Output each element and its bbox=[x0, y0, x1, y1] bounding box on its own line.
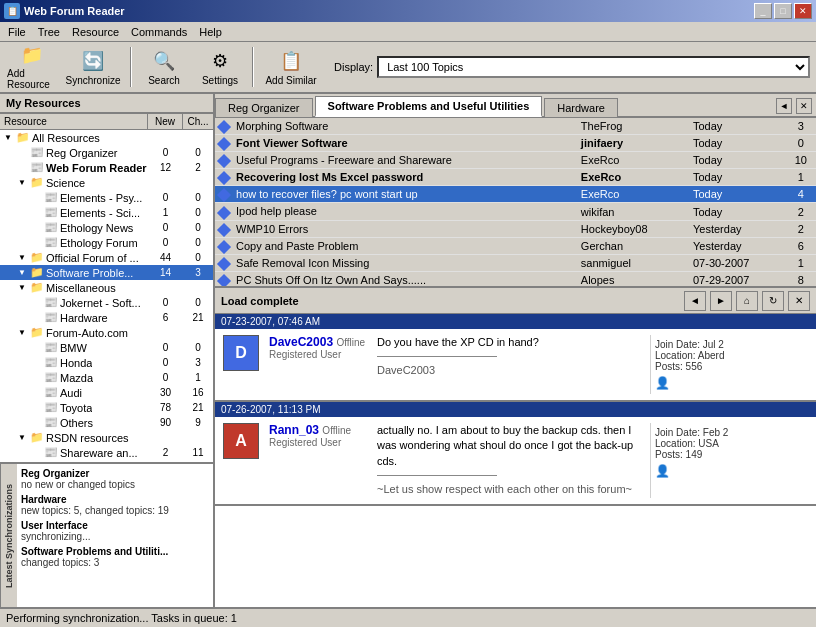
synchronize-icon: 🔄 bbox=[81, 49, 105, 73]
topic-row[interactable]: Recovering lost Ms Excel password ExeRco… bbox=[215, 169, 816, 186]
menu-help[interactable]: Help bbox=[193, 24, 228, 40]
tree-item[interactable]: ▼ 📁 Miscellaneous bbox=[0, 280, 213, 295]
tree-item[interactable]: 📰 Others 90 9 bbox=[0, 415, 213, 430]
sync-item-title: Reg Organizer bbox=[21, 468, 209, 479]
topic-title: Useful Programs - Freeware and Shareware bbox=[236, 154, 452, 166]
topic-row[interactable]: Font Viewer Software jinifaery Today 0 bbox=[215, 135, 816, 152]
search-button[interactable]: 🔍 Search bbox=[138, 45, 190, 89]
topic-row[interactable]: Safe Removal Icon Missing sanmiguel 07-3… bbox=[215, 254, 816, 271]
status-bar: Performing synchronization... Tasks in q… bbox=[0, 607, 816, 627]
tree-item[interactable]: ▼ 📁 Official Forum of ... 44 0 bbox=[0, 250, 213, 265]
tree-item[interactable]: 📰 Toyota 78 21 bbox=[0, 400, 213, 415]
tab-reg-organizer[interactable]: Reg Organizer bbox=[215, 98, 313, 117]
folder-icon: 📁 bbox=[30, 326, 44, 339]
topic-row[interactable]: PC Shuts Off On Itz Own And Says...... A… bbox=[215, 271, 816, 288]
topic-count: 2 bbox=[786, 220, 816, 237]
tree-body[interactable]: ▼ 📁 All Resources 📰 Reg Organizer 0 0 📰 … bbox=[0, 130, 213, 462]
tab-software-problems[interactable]: Software Problems and Useful Utilities bbox=[315, 96, 543, 117]
tree-item[interactable]: 📰 Audi 30 16 bbox=[0, 385, 213, 400]
nav-refresh-button[interactable]: ↻ bbox=[762, 291, 784, 311]
search-icon: 🔍 bbox=[152, 49, 176, 73]
tree-item[interactable]: 📰 Mazda 0 1 bbox=[0, 370, 213, 385]
topic-title: Morphing Software bbox=[236, 120, 328, 132]
synchronize-button[interactable]: 🔄 Synchronize bbox=[62, 45, 124, 89]
topic-date: Today bbox=[689, 186, 786, 203]
topic-count: 3 bbox=[786, 118, 816, 135]
tree-item[interactable]: 📰 Hardware 6 21 bbox=[0, 310, 213, 325]
settings-button[interactable]: ⚙ Settings bbox=[194, 45, 246, 89]
tab-close-left[interactable]: ◄ bbox=[776, 98, 792, 114]
nav-home-button[interactable]: ⌂ bbox=[736, 291, 758, 311]
tree-item[interactable]: 📰 Elements - Sci... 1 0 bbox=[0, 205, 213, 220]
tree-item[interactable]: 📰 Ethology Forum 0 0 bbox=[0, 235, 213, 250]
topic-author: jinifaery bbox=[577, 135, 689, 152]
tree-item[interactable]: 📰 Shareware an... 2 11 bbox=[0, 445, 213, 460]
topic-author: Alopes bbox=[577, 271, 689, 288]
tree-item[interactable]: 📰 Jokernet - Soft... 0 0 bbox=[0, 295, 213, 310]
menu-file[interactable]: File bbox=[2, 24, 32, 40]
menu-resource[interactable]: Resource bbox=[66, 24, 125, 40]
tree-item[interactable]: 📰 Ethology News 0 0 bbox=[0, 220, 213, 235]
window-controls: _ □ ✕ bbox=[754, 3, 812, 19]
topic-row[interactable]: Copy and Paste Problem Gerchan Yesterday… bbox=[215, 237, 816, 254]
tab-close-right[interactable]: ✕ bbox=[796, 98, 812, 114]
toolbar-separator-2 bbox=[252, 47, 254, 87]
topic-title: WMP10 Errors bbox=[236, 223, 308, 235]
main-layout: My Resources Resource New Ch... ▼ 📁 All … bbox=[0, 94, 816, 607]
message-avatar: D bbox=[221, 335, 261, 394]
add-similar-button[interactable]: 📋 Add Similar bbox=[260, 45, 322, 89]
topic-row[interactable]: how to recover files? pc wont start up E… bbox=[215, 186, 816, 203]
item-label: Honda bbox=[60, 357, 92, 369]
nav-prev-button[interactable]: ◄ bbox=[684, 291, 706, 311]
nav-next-button[interactable]: ► bbox=[710, 291, 732, 311]
tree-item[interactable]: ▼ 📁 Science bbox=[0, 175, 213, 190]
topic-row[interactable]: WMP10 Errors Hockeyboy08 Yesterday 2 bbox=[215, 220, 816, 237]
item-label: BMW bbox=[60, 342, 87, 354]
topic-title: Ipod help please bbox=[236, 205, 317, 217]
topic-date: Today bbox=[689, 203, 786, 220]
tree-item[interactable]: ▼ 📁 Forum-Auto.com bbox=[0, 325, 213, 340]
topic-row[interactable]: Useful Programs - Freeware and Shareware… bbox=[215, 152, 816, 169]
folder-icon: 📁 bbox=[30, 176, 44, 189]
add-resource-icon: 📁 bbox=[20, 44, 44, 66]
minimize-button[interactable]: _ bbox=[754, 3, 772, 19]
maximize-button[interactable]: □ bbox=[774, 3, 792, 19]
tree-item[interactable]: 📰 Web Forum Reader 12 2 bbox=[0, 160, 213, 175]
tree-item[interactable]: 📰 Reg Organizer 0 0 bbox=[0, 145, 213, 160]
message-signature: DaveC2003 bbox=[377, 363, 642, 378]
expand-icon: ▼ bbox=[4, 133, 14, 142]
sync-item: Reg Organizerno new or changed topics bbox=[21, 468, 209, 490]
topic-title: how to recover files? pc wont start up bbox=[236, 188, 418, 200]
folder-icon: 📰 bbox=[44, 446, 58, 459]
menu-tree[interactable]: Tree bbox=[32, 24, 66, 40]
topic-title: Font Viewer Software bbox=[236, 137, 348, 149]
item-label: Hardware bbox=[60, 312, 108, 324]
item-label: Toyota bbox=[60, 402, 92, 414]
topic-row[interactable]: Ipod help please wikifan Today 2 bbox=[215, 203, 816, 220]
topic-count: 10 bbox=[786, 152, 816, 169]
messages-area[interactable]: 07-23-2007, 07:46 AM D DaveC2003 Offline… bbox=[215, 314, 816, 607]
add-resource-button[interactable]: 📁 Add Resource bbox=[6, 45, 58, 89]
tab-hardware[interactable]: Hardware bbox=[544, 98, 618, 117]
tree-item[interactable]: 📰 Elements - Psy... 0 0 bbox=[0, 190, 213, 205]
item-label: Audi bbox=[60, 387, 82, 399]
expand-icon: ▼ bbox=[18, 178, 28, 187]
item-label: Ethology Forum bbox=[60, 237, 138, 249]
topic-author: wikifan bbox=[577, 203, 689, 220]
nav-stop-button[interactable]: ✕ bbox=[788, 291, 810, 311]
tree-item[interactable]: ▼ 📁 Software Proble... 14 3 bbox=[0, 265, 213, 280]
expand-icon: ▼ bbox=[18, 253, 28, 262]
close-button[interactable]: ✕ bbox=[794, 3, 812, 19]
tree-item[interactable]: ▼ 📁 All Resources bbox=[0, 130, 213, 145]
display-bar: Display: Last 100 Topics All Topics New … bbox=[334, 56, 810, 78]
tree-item[interactable]: 📰 BMW 0 0 bbox=[0, 340, 213, 355]
menu-commands[interactable]: Commands bbox=[125, 24, 193, 40]
tree-item[interactable]: ▼ 📁 RSDN resources bbox=[0, 430, 213, 445]
sync-item-detail: synchronizing... bbox=[21, 531, 209, 542]
window-title: Web Forum Reader bbox=[24, 5, 125, 17]
display-select[interactable]: Last 100 Topics All Topics New Topics bbox=[377, 56, 810, 78]
topic-row[interactable]: Morphing Software TheFrog Today 3 bbox=[215, 118, 816, 135]
tree-item[interactable]: 📰 Honda 0 3 bbox=[0, 355, 213, 370]
settings-label: Settings bbox=[202, 75, 238, 86]
topics-table-container[interactable]: Morphing Software TheFrog Today 3 Font V… bbox=[215, 118, 816, 288]
